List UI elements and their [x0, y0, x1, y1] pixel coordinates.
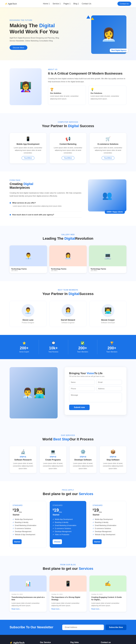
hero-cta-button[interactable]: Discover More	[9, 45, 27, 50]
nav-link-pages[interactable]: Pages 1	[64, 2, 71, 5]
stat-0: ⭐ 200+ Senior Expert	[9, 340, 39, 354]
pricing-card-1: STANDARD $19/mo Started Mobile App Devel…	[50, 501, 86, 548]
nav-link-blog[interactable]: Blog 1	[73, 2, 79, 5]
pricing-feature-0-5: Website & App Development	[13, 533, 43, 536]
master-left: FORM PAGE Creating DigitalMasterpieces C…	[9, 180, 82, 218]
blog-title-2: Creating Engaging Content: A Guide for D…	[91, 596, 125, 601]
ambition-title: Our Ambition	[50, 92, 84, 94]
service-title-1: Content Marketing	[52, 143, 84, 145]
about-content: ABOUT US It Is A Critical Component Of M…	[48, 68, 127, 105]
faq-icon-1: ■	[9, 214, 11, 216]
faq-text-0: Lorem ipsum dolor sit amet consectetur a…	[9, 205, 82, 208]
newsletter-form: Subscribe Now	[62, 624, 127, 630]
blog-section: FROM OUR BLOG Best plane to get our Serv…	[0, 556, 136, 620]
gallery-title-0: Technology Farms	[11, 268, 45, 270]
form-row-name-email	[69, 380, 122, 384]
stats-bar: ⭐ 200+ Senior Expert 💬 10k+ Total Review…	[0, 335, 136, 359]
nav-cta-button[interactable]: Contact Us	[118, 2, 131, 6]
contact-phone-input[interactable]	[69, 386, 95, 391]
pricing-price-1: $19/mo	[53, 508, 83, 513]
blog-body-0: October 20, 2023 Transforming businesses…	[9, 592, 47, 612]
footer-contact-col: Contact us 123 Lorem ipsum dolor St. New…	[101, 641, 127, 644]
pricing-feature-2-1: Branding & Identity	[93, 521, 123, 524]
blog-label: FROM OUR BLOG	[9, 564, 127, 566]
pricing-feature-2-2: Email Marketing & Automation	[93, 524, 123, 527]
about-box-ambition: 🏆 Our Ambition Lorem ipsum dolor sit ame…	[48, 86, 86, 105]
blog-date-0: October 20, 2023	[11, 594, 45, 595]
pricing-feature-0-0: Mobile App Development	[13, 518, 43, 521]
masterpieces-section: FORM PAGE Creating DigitalMasterpieces C…	[0, 172, 136, 226]
service-title-2: E-commerce Solutions	[93, 143, 124, 145]
pricing-tier-label-0: STANDARD	[13, 504, 43, 506]
blog-read-0[interactable]: Read more...	[11, 608, 45, 610]
blog-date-1: October 20, 2023	[51, 594, 85, 595]
service-icon-2: 🛒	[93, 136, 124, 142]
team-name-2: Bessie Cooper	[92, 319, 124, 321]
nav-link-contact[interactable]: Contact Us	[82, 2, 91, 5]
process-card-3: 📦 STEP 04 Stop Software Lorem ipsum dolo…	[100, 446, 127, 473]
blog-img-1: 📱	[49, 576, 86, 592]
contact-name-input[interactable]	[69, 380, 95, 384]
pricing-features-1: Mobile App Development Branding & Identi…	[53, 518, 83, 536]
about-description: Creating the best digital solutions help…	[48, 77, 127, 83]
about-image: 👩‍🏫	[9, 68, 42, 105]
contact-image: 👨‍💼👨‍💻	[9, 367, 58, 418]
pricing-btn-0[interactable]: Started	[13, 539, 22, 544]
team-name-0: Devon Lane	[12, 319, 44, 321]
faq-item-0[interactable]: ■ What services do you offer? Lorem ipsu…	[9, 200, 82, 212]
gallery-card-1: 👩‍💼 Technology Farms Job Offers	[49, 246, 87, 273]
process-title-0: Software Research	[12, 459, 34, 461]
form-row-phone-address	[69, 386, 122, 391]
nav-link-home[interactable]: Home 1	[43, 2, 50, 5]
pricing-card-0: STANDARD $19/mo Started Mobile App Devel…	[9, 501, 46, 548]
blog-excerpt-2: Lorem ipsum dolor sit amet consectetur a…	[91, 602, 125, 607]
team-role-0: Product Designer	[12, 322, 44, 324]
pricing-price-2: $19/mo	[93, 508, 123, 513]
faq-title-1: ■ How much does it cost to work with you…	[9, 214, 82, 216]
team-card-0: 👨‍💼 Devon Lane Product Designer	[9, 301, 46, 327]
team-label: BEST TEAM MEMBERS	[9, 289, 127, 291]
newsletter-submit-button[interactable]: Subscribe Now	[106, 624, 127, 630]
contact-message-input[interactable]	[69, 392, 122, 402]
hero-description: AgileTech Digital Business Brand Designi…	[9, 36, 64, 42]
service-btn-2[interactable]: TouchMore	[102, 156, 114, 160]
newsletter-email-input[interactable]	[62, 624, 104, 630]
pricing-feature-0-2: Email Marketing & Automation	[13, 524, 43, 527]
contact-submit-button[interactable]: Submit now	[69, 405, 90, 410]
pricing-plan-tier-2: Started	[93, 514, 123, 516]
pricing-feature-0-4: Develope Management	[13, 530, 43, 533]
nav-link-service[interactable]: Service 1	[53, 2, 61, 5]
blog-read-1[interactable]: Read more...	[51, 608, 85, 610]
footer-brand-col: ⚡ AgileTech Lorem ipsum dolor sit amet, …	[9, 641, 35, 644]
blog-body-2: October 20, 2023 Creating Engaging Conte…	[89, 592, 127, 612]
gallery-img-2: 💻	[89, 246, 127, 266]
gallery-title: Leading The DigitalRevolution	[9, 236, 127, 241]
contact-address-input[interactable]	[96, 386, 122, 391]
blog-title-1: The Importance of a Strong Digital Strat…	[51, 596, 85, 601]
pricing-feature-1-3: E-commerce Solutions	[53, 527, 83, 530]
ambition-text: Lorem ipsum dolor sit amet, consectetur …	[50, 95, 84, 100]
footer-links-col: Pay links Research services Software ser…	[70, 641, 96, 644]
about-section: 👩‍🏫 ABOUT US It Is A Critical Component …	[0, 60, 136, 113]
faq-item-1[interactable]: ■ How much does it cost to work with you…	[9, 212, 82, 218]
blog-title-0: Transforming businesses one pixel at a t…	[11, 596, 45, 601]
hero-title: Making The Digital World Work For You	[9, 22, 64, 35]
footer-contact-title: Contact us	[101, 641, 127, 644]
stat-2: ✅ 200+ Team Members	[68, 340, 97, 354]
contact-email-input[interactable]	[96, 380, 122, 384]
blog-card-1: 📱 October 20, 2023 The Importance of a S…	[49, 576, 86, 612]
gallery-info-0: Technology Farms Job Offers	[9, 266, 47, 273]
footer: ⚡ AgileTech Lorem ipsum dolor sit amet, …	[0, 635, 136, 644]
process-title-2: Develope Software	[72, 459, 94, 461]
pricing-btn-2[interactable]: Started	[93, 539, 102, 544]
service-btn-0[interactable]: TouchMore	[22, 156, 34, 160]
gallery-sub-2: Job Offers	[91, 270, 125, 272]
blog-read-2[interactable]: Read more...	[91, 608, 125, 610]
team-role-1: Software Engineer	[52, 322, 84, 324]
pricing-section: PRICE APPLY Best plane to get our Servic…	[0, 481, 136, 556]
gallery-title-1: Technology Farms	[51, 268, 85, 270]
pricing-btn-1[interactable]: Choose	[53, 539, 62, 544]
gallery-section: GALLERY WEB Leading The DigitalRevolutio…	[0, 226, 136, 281]
pricing-plan-tier-0: Started	[13, 514, 43, 516]
service-btn-1[interactable]: TouchMore	[62, 156, 74, 160]
